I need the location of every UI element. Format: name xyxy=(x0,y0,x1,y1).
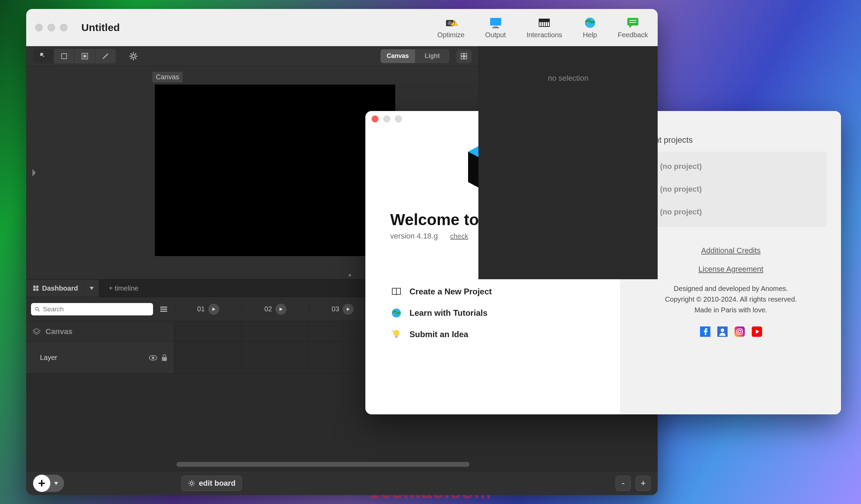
crop-tool[interactable] xyxy=(54,49,74,63)
recent-project-item[interactable]: (no project) xyxy=(635,201,827,223)
check-link[interactable]: check xyxy=(450,232,468,240)
recent-project-item[interactable]: (no project) xyxy=(635,155,827,178)
svg-marker-50 xyxy=(33,329,40,333)
add-timeline-button[interactable]: + timeline xyxy=(99,280,148,297)
toolbar-optimize[interactable]: Optimize xyxy=(437,16,465,39)
profile-icon[interactable] xyxy=(717,326,728,337)
zoom-out-button[interactable]: - xyxy=(616,476,631,491)
play-icon[interactable] xyxy=(343,304,354,315)
layers-icon xyxy=(32,327,41,336)
view-light[interactable]: Light xyxy=(415,49,449,63)
svg-line-60 xyxy=(190,481,190,482)
lock-icon[interactable] xyxy=(161,354,168,362)
svg-point-42 xyxy=(36,307,38,310)
close-button[interactable] xyxy=(372,115,378,122)
horizontal-scrollbar[interactable] xyxy=(176,462,655,469)
move-tool[interactable] xyxy=(33,49,54,63)
zoom-button[interactable] xyxy=(60,24,68,31)
youtube-icon[interactable] xyxy=(751,326,763,337)
track-label: Layer xyxy=(40,354,57,362)
version-label: version 4.18.g xyxy=(390,232,438,241)
tab-dashboard[interactable]: Dashboard xyxy=(26,280,84,297)
piano-icon xyxy=(537,16,551,30)
eye-icon[interactable] xyxy=(149,354,158,361)
inspector-panel: no selection xyxy=(478,46,658,279)
recent-project-item[interactable]: (no project) xyxy=(635,178,827,201)
svg-line-30 xyxy=(131,58,132,59)
column-02[interactable]: 02 xyxy=(242,304,309,315)
tab-label: Dashboard xyxy=(42,284,78,292)
toolbar-output[interactable]: Output xyxy=(485,16,506,39)
play-icon[interactable] xyxy=(208,304,219,315)
gear-icon xyxy=(129,51,138,61)
canvas-name-label: Canvas xyxy=(152,72,183,82)
credits-text: Designed and developed by Anomes. Copyri… xyxy=(635,283,827,315)
main-toolbar: Optimize Output Interactions Help xyxy=(437,16,651,39)
add-media-button[interactable]: + xyxy=(33,475,64,492)
instagram-icon[interactable] xyxy=(734,326,746,337)
book-icon xyxy=(390,285,403,298)
edit-board-label: edit board xyxy=(199,479,235,488)
lightbulb-icon xyxy=(390,328,403,341)
column-01[interactable]: 01 xyxy=(174,304,242,315)
toolbar-interactions[interactable]: Interactions xyxy=(527,16,562,39)
canvas-rect[interactable] xyxy=(154,84,396,256)
svg-line-31 xyxy=(135,53,136,54)
search-input[interactable] xyxy=(43,305,150,313)
view-canvas[interactable]: Canvas xyxy=(381,49,415,63)
svg-line-29 xyxy=(135,58,136,59)
color-picker-tool[interactable] xyxy=(95,49,116,63)
svg-line-62 xyxy=(190,485,190,485)
canvas-settings-button[interactable] xyxy=(126,49,141,63)
zoom-button[interactable] xyxy=(395,115,402,122)
grid-toggle[interactable] xyxy=(456,49,472,63)
edit-board-button[interactable]: edit board xyxy=(181,476,242,491)
traffic-lights xyxy=(35,24,68,31)
play-icon[interactable] xyxy=(275,304,286,315)
list-toggle[interactable] xyxy=(158,303,170,315)
recent-project-label: (no project) xyxy=(660,208,702,216)
svg-line-43 xyxy=(38,310,39,311)
toolbar-help[interactable]: Help xyxy=(583,16,597,39)
svg-marker-48 xyxy=(280,308,283,311)
list-icon xyxy=(160,306,168,313)
additional-credits-link[interactable]: Additional Credits xyxy=(635,246,827,255)
action-new-project[interactable]: Create a New Project xyxy=(390,285,596,298)
toolbar-label: Feedback xyxy=(618,31,648,39)
plus-icon: + xyxy=(33,475,50,492)
svg-rect-40 xyxy=(36,289,39,291)
minimize-button[interactable] xyxy=(48,24,55,31)
svg-line-28 xyxy=(131,53,132,54)
zoom-in-button[interactable]: + xyxy=(636,476,651,491)
track-label: Canvas xyxy=(45,327,72,336)
close-button[interactable] xyxy=(35,24,43,31)
tab-dropdown[interactable] xyxy=(84,280,99,297)
credits-links: Additional Credits License Agreement Des… xyxy=(635,246,827,337)
svg-rect-33 xyxy=(464,53,467,56)
svg-rect-37 xyxy=(33,286,36,288)
svg-line-22 xyxy=(103,53,108,59)
svg-rect-9 xyxy=(539,22,541,26)
minimize-button[interactable] xyxy=(383,115,390,122)
svg-rect-4 xyxy=(454,24,455,25)
svg-rect-10 xyxy=(541,22,543,26)
editor-area: Canvas Light no selection Canvas xyxy=(26,46,658,495)
action-submit-idea[interactable]: Submit an Idea xyxy=(390,328,596,341)
action-label: Submit an Idea xyxy=(409,330,468,339)
svg-line-61 xyxy=(193,485,194,485)
facebook-icon[interactable] xyxy=(699,326,711,337)
license-agreement-link[interactable]: License Agreement xyxy=(635,265,827,274)
globe-icon xyxy=(390,307,403,319)
action-tutorials[interactable]: Learn with Tutorials xyxy=(390,307,596,319)
svg-rect-34 xyxy=(461,56,464,59)
toolbar-label: Output xyxy=(485,31,506,39)
speech-bubble-icon xyxy=(626,16,640,30)
mask-tool[interactable] xyxy=(74,49,95,63)
action-label: Learn with Tutorials xyxy=(409,308,487,318)
svg-rect-53 xyxy=(162,357,167,361)
svg-rect-12 xyxy=(546,22,547,26)
toolbar-feedback[interactable]: Feedback xyxy=(618,16,648,39)
panel-expand-handle[interactable] xyxy=(26,66,42,279)
search-box[interactable] xyxy=(31,303,153,315)
gear-icon xyxy=(188,480,195,487)
